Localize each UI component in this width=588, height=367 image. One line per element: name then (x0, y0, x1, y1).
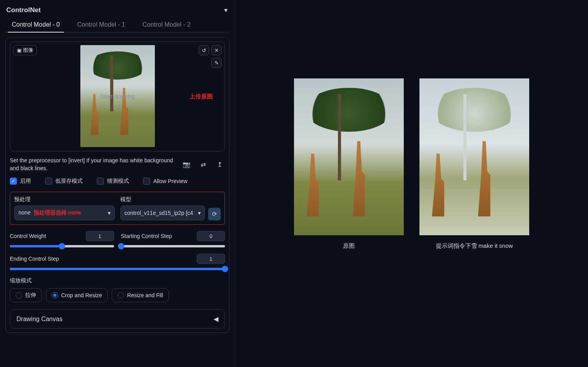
end-step-slider: Ending Control Step1 (10, 254, 225, 270)
control-card: ▣ 图像 ↺ ✕ ✎ Start drawing 上传原图 Set the pr… (5, 37, 229, 333)
tab-model-0[interactable]: Control Model - 0 (8, 18, 64, 32)
help-text: Set the preprocessor to [invert] If your… (10, 157, 176, 172)
undo-button[interactable]: ↺ (199, 45, 209, 55)
resize-crop[interactable]: Crop and Resize (46, 288, 108, 302)
image-buttons: ↺ ✕ ✎ (199, 45, 221, 68)
tab-model-2[interactable]: Control Model - 2 (138, 18, 194, 32)
preproc-value: none (18, 209, 31, 216)
image-dropzone[interactable]: ▣ 图像 ↺ ✕ ✎ Start drawing 上传原图 (10, 42, 225, 151)
lowvram-label: 低显存模式 (55, 178, 83, 185)
resize-opt-2: Resize and Fill (127, 292, 163, 298)
start-step-slider: Starting Control Step0 (121, 231, 225, 247)
preprocessor-select[interactable]: none 预处理器选择 none ▾ (14, 205, 115, 220)
refresh-button[interactable]: ⟳ (208, 208, 221, 220)
enable-checkbox[interactable]: ✓启用 (10, 178, 31, 185)
weight-track[interactable] (10, 245, 114, 247)
resize-label: 缩放模式 (10, 277, 225, 284)
start-track[interactable] (121, 245, 225, 247)
guess-label: 猜测模式 (107, 178, 129, 185)
weight-label: Control Weight (10, 233, 46, 239)
drawing-canvas-accordion[interactable]: Drawing Canvas ◀ (10, 309, 225, 329)
preview-checkbox[interactable]: Allow Preview (143, 178, 187, 185)
accordion-arrow-icon: ◀ (214, 315, 218, 323)
preview-label: Allow Preview (153, 178, 187, 184)
result-caption: 提示词指令下雪 make it snow (436, 242, 513, 250)
chevron-down-icon: ▾ (108, 210, 111, 216)
preprocessor-col: 预处理 none 预处理器选择 none ▾ (14, 196, 115, 220)
original-image (294, 78, 404, 235)
resize-mode: 缩放模式 拉伸 Crop and Resize Resize and Fill (10, 277, 225, 302)
camera-icon[interactable]: 📷 (181, 160, 192, 169)
control-weight-slider: Control Weight1 (10, 231, 114, 247)
model-value: control_v11e_sd15_ip2p [c4 (125, 210, 193, 216)
comparison-gallery: 原图 提示词指令下雪 make it snow (235, 0, 588, 367)
watermark-text: Start drawing (100, 93, 134, 100)
model-select[interactable]: control_v11e_sd15_ip2p [c4 ▾ (120, 205, 205, 220)
end-value[interactable]: 1 (197, 254, 225, 264)
result-figure: 提示词指令下雪 make it snow (419, 78, 529, 250)
swap-icon[interactable]: ⇄ (198, 160, 209, 169)
weight-value[interactable]: 1 (86, 231, 114, 241)
enable-label: 启用 (20, 178, 31, 185)
checkbox-row: ✓启用 低显存模式 猜测模式 Allow Preview (10, 178, 225, 185)
preproc-annotation: 预处理器选择 none (34, 209, 81, 216)
model-col: 模型 control_v11e_sd15_ip2p [c4 ▾ ⟳ (120, 196, 221, 220)
lowvram-checkbox[interactable]: 低显存模式 (45, 178, 83, 185)
annotation-upload: 上传原图 (189, 93, 213, 100)
end-track[interactable] (10, 268, 225, 270)
resize-radios: 拉伸 Crop and Resize Resize and Fill (10, 288, 225, 302)
original-caption: 原图 (343, 242, 355, 250)
model-tabs: Control Model - 0 Control Model - 1 Cont… (5, 18, 229, 33)
panel-header[interactable]: ControlNet ▼ (5, 4, 229, 18)
resize-fill[interactable]: Resize and Fill (112, 288, 169, 302)
resize-stretch[interactable]: 拉伸 (10, 288, 42, 302)
help-row: Set the preprocessor to [invert] If your… (10, 157, 225, 172)
accordion-label: Drawing Canvas (16, 316, 62, 323)
upload-icon[interactable]: ↥ (214, 160, 225, 169)
start-label: Starting Control Step (121, 233, 172, 239)
panel-title: ControlNet (6, 6, 41, 14)
edit-button[interactable]: ✎ (211, 58, 221, 68)
slider-row-1: Control Weight1 Starting Control Step0 (10, 231, 225, 247)
start-value[interactable]: 0 (197, 231, 225, 241)
close-button[interactable]: ✕ (211, 45, 221, 55)
resize-opt-1: Crop and Resize (61, 292, 102, 298)
controlnet-panel: ControlNet ▼ Control Model - 0 Control M… (0, 0, 235, 367)
original-figure: 原图 (294, 78, 404, 250)
collapse-icon[interactable]: ▼ (223, 7, 229, 13)
preprocessor-label: 预处理 (14, 196, 115, 203)
model-label: 模型 (120, 196, 221, 203)
end-label: Ending Control Step (10, 256, 59, 262)
preproc-model-box: 预处理 none 预处理器选择 none ▾ 模型 control_v11e_s… (10, 192, 225, 225)
tab-model-1[interactable]: Control Model - 1 (73, 18, 129, 32)
image-tag: ▣ 图像 (13, 45, 37, 55)
image-icon: ▣ (17, 47, 22, 53)
resize-opt-0: 拉伸 (25, 292, 36, 299)
uploaded-image: Start drawing (80, 45, 155, 147)
result-image (419, 78, 529, 235)
guess-checkbox[interactable]: 猜测模式 (97, 178, 129, 185)
image-tag-label: 图像 (23, 47, 33, 54)
slider-row-2: Ending Control Step1 (10, 254, 225, 270)
chevron-down-icon: ▾ (198, 210, 201, 216)
